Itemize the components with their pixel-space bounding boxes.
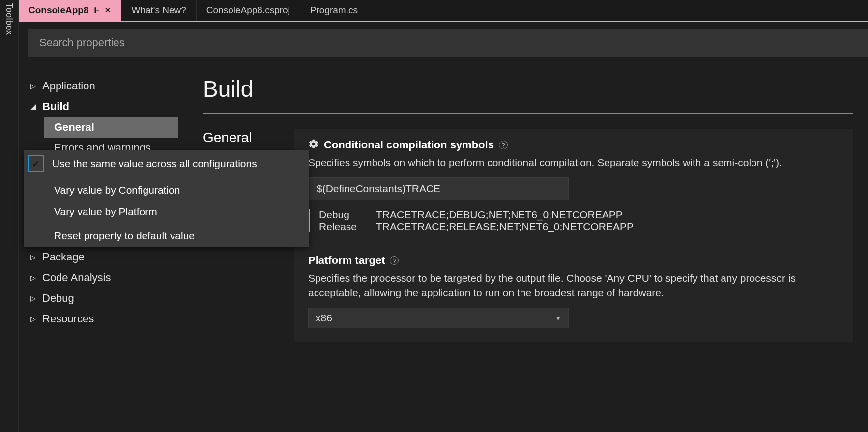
tab-program-cs[interactable]: Program.cs xyxy=(300,0,368,21)
nav-label: General xyxy=(54,121,94,133)
prop-block-platform: Platform target ? Specifies the processo… xyxy=(308,254,839,328)
context-label: Vary value by Configuration xyxy=(54,184,180,196)
tab-consoleapp8[interactable]: ConsoleApp8 ⊩ ✕ xyxy=(19,0,121,21)
check-icon xyxy=(28,155,44,172)
config-table: Debug TRACETRACE;DEBUG;NET;NET6_0;NETCOR… xyxy=(308,209,839,232)
nav-list: ▷ Application ◢ Build General Errors and… xyxy=(24,76,178,158)
nav-label: Build xyxy=(42,100,69,113)
section-body: Conditional compilation symbols ? Specif… xyxy=(294,129,853,342)
tab-whats-new[interactable]: What's New? xyxy=(121,0,196,21)
nav-label: Package xyxy=(42,251,85,263)
nav-package[interactable]: ▷ Package xyxy=(24,247,178,267)
nav-label: Resources xyxy=(42,313,94,325)
chevron-right-icon: ▷ xyxy=(30,294,37,302)
page-title: Build xyxy=(203,76,853,102)
config-row-debug: Debug TRACETRACE;DEBUG;NET;NET6_0;NETCOR… xyxy=(319,209,839,221)
divider xyxy=(203,113,853,114)
nav-application[interactable]: ▷ Application xyxy=(24,76,178,96)
prop-title-symbols: Conditional compilation symbols xyxy=(324,139,494,151)
nav-list-lower: ▷ Package ▷ Code Analysis ▷ Debug ▷ Reso… xyxy=(24,247,178,329)
context-reset[interactable]: Reset property to default value xyxy=(24,225,309,247)
select-value: x86 xyxy=(316,312,332,324)
prop-header-symbols: Conditional compilation symbols ? xyxy=(308,139,839,151)
prop-desc-platform: Specifies the processor to be targeted b… xyxy=(308,271,839,300)
tab-label: Program.cs xyxy=(310,5,358,16)
toolbox-rail[interactable]: Toolbox xyxy=(0,0,19,432)
gear-icon[interactable] xyxy=(308,139,319,151)
nav-resources[interactable]: ▷ Resources xyxy=(24,309,178,329)
config-name: Debug xyxy=(319,209,361,221)
chevron-right-icon: ▷ xyxy=(30,82,37,90)
platform-select[interactable]: x86 ▼ xyxy=(308,308,569,328)
tab-csproj[interactable]: ConsoleApp8.csproj xyxy=(197,0,300,21)
config-value: TRACETRACE;RELEASE;NET;NET6_0;NETCOREAPP xyxy=(376,221,634,232)
config-value: TRACETRACE;DEBUG;NET;NET6_0;NETCOREAPP xyxy=(376,209,623,221)
chevron-down-icon: ◢ xyxy=(30,103,37,111)
chevron-right-icon: ▷ xyxy=(30,315,37,323)
context-separator xyxy=(54,224,301,224)
chevron-right-icon: ▷ xyxy=(30,274,37,282)
context-same-value[interactable]: Use the same value across all configurat… xyxy=(24,150,309,177)
nav-code-analysis[interactable]: ▷ Code Analysis xyxy=(24,267,178,288)
context-menu: Use the same value across all configurat… xyxy=(24,150,309,247)
symbols-input[interactable] xyxy=(308,177,569,200)
nav-label: Application xyxy=(42,80,95,92)
context-vary-config[interactable]: Vary value by Configuration xyxy=(24,179,309,201)
config-name: Release xyxy=(319,221,361,232)
nav-general[interactable]: General xyxy=(44,117,178,138)
tab-strip: ConsoleApp8 ⊩ ✕ What's New? ConsoleApp8.… xyxy=(19,0,868,22)
prop-desc-symbols: Specifies symbols on which to perform co… xyxy=(308,155,839,170)
context-separator xyxy=(54,178,301,178)
help-icon[interactable]: ? xyxy=(390,256,399,265)
search-bar[interactable] xyxy=(28,29,868,57)
chevron-down-icon: ▼ xyxy=(555,315,561,322)
main-column: ConsoleApp8 ⊩ ✕ What's New? ConsoleApp8.… xyxy=(19,0,868,432)
nav-build[interactable]: ◢ Build xyxy=(24,96,178,117)
tab-label: What's New? xyxy=(131,5,186,16)
prop-title-platform: Platform target xyxy=(308,254,385,267)
context-vary-platform[interactable]: Vary value by Platform xyxy=(24,201,309,223)
nav-label: Code Analysis xyxy=(42,271,111,284)
tab-label: ConsoleApp8.csproj xyxy=(206,5,290,16)
chevron-right-icon: ▷ xyxy=(30,253,37,261)
config-row-release: Release TRACETRACE;RELEASE;NET;NET6_0;NE… xyxy=(319,221,839,232)
nav-label: Debug xyxy=(42,292,74,305)
context-label: Vary value by Platform xyxy=(54,206,157,218)
help-icon[interactable]: ? xyxy=(499,141,508,149)
prop-header-platform: Platform target ? xyxy=(308,254,839,267)
nav-debug[interactable]: ▷ Debug xyxy=(24,288,178,309)
pin-icon[interactable]: ⊩ xyxy=(93,6,100,15)
tab-label: ConsoleApp8 xyxy=(29,5,88,16)
toolbox-label: Toolbox xyxy=(4,3,14,35)
context-label: Use the same value across all configurat… xyxy=(52,158,257,170)
close-icon[interactable]: ✕ xyxy=(105,6,111,15)
search-input[interactable] xyxy=(39,36,856,49)
context-label: Reset property to default value xyxy=(54,230,195,242)
